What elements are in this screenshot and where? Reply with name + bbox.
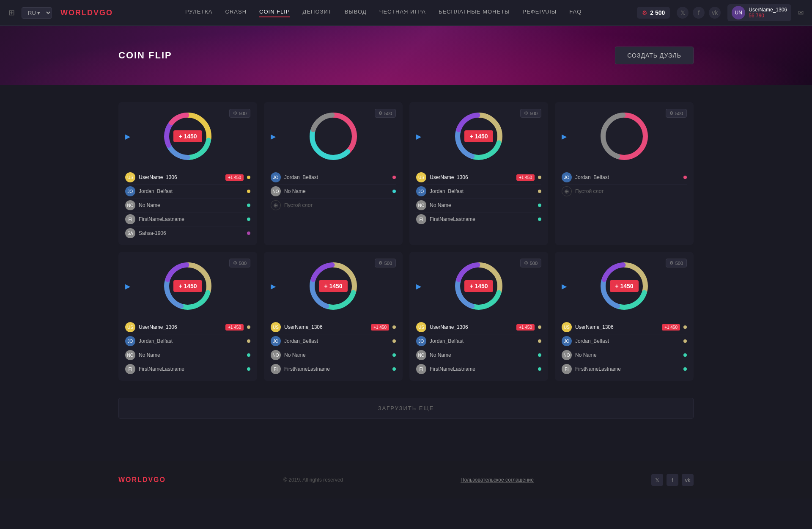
donut-chart [306, 109, 361, 164]
facebook-icon[interactable]: f [693, 7, 705, 19]
coin-icon: ⚙ [233, 110, 237, 116]
footer-twitter-icon[interactable]: 𝕏 [651, 474, 663, 486]
donut-chart: + 1450 [306, 259, 361, 314]
card-7: ⚙ 500 ▶ + 1450 US UserName_1306 [409, 252, 548, 381]
player-name: FirstNameLastname [575, 366, 680, 372]
player-avatar: FI [562, 364, 572, 374]
nav: РУЛЕТКА CRASH COIN FLIP ДЕПОЗИТ ВЫВОД ЧЕ… [130, 8, 637, 17]
players-list: US UserName_1306 +1 450 JO Jordan_Belfas… [264, 317, 403, 376]
footer-facebook-icon[interactable]: f [667, 474, 678, 486]
player-dot [538, 190, 541, 193]
players-list: JO Jordan_Belfast ⊕ Пустой слот [555, 167, 694, 198]
nav-item-freecoins[interactable]: БЕСПЛАТНЫЕ МОНЕТЫ [439, 8, 510, 17]
win-amount: + 1450 [610, 280, 638, 292]
player-avatar: NO [271, 186, 281, 196]
nav-item-withdraw[interactable]: ВЫВОД [345, 8, 367, 17]
player-name: FirstNameLastname [284, 366, 389, 372]
list-item: NO No Name [125, 348, 250, 362]
player-avatar: NO [562, 350, 572, 360]
footer: WORLDVGO © 2019. All rights reserved Пол… [0, 461, 812, 499]
player-dot [247, 176, 250, 179]
win-amount: + 1450 [464, 130, 493, 142]
arrow-icon: ▶ [562, 132, 567, 141]
twitter-icon[interactable]: 𝕏 [677, 7, 689, 19]
list-item: NO No Name [125, 198, 250, 212]
player-avatar: NO [125, 350, 135, 360]
player-dot [538, 325, 541, 329]
notification-icon[interactable]: ✉ [798, 9, 804, 17]
donut-svg [597, 109, 652, 164]
card-top: ⚙ 500 ▶ [555, 102, 694, 167]
empty-slot[interactable]: ⊕ Пустой слот [271, 198, 396, 212]
coin-badge: ⚙ 500 [229, 109, 250, 118]
coin-icon: ⚙ [669, 110, 674, 116]
nav-item-fairgame[interactable]: ЧЕСТНАЯ ИГРА [379, 8, 426, 17]
player-dot [392, 367, 396, 371]
player-avatar: NO [416, 350, 426, 360]
nav-item-crash[interactable]: CRASH [225, 8, 247, 17]
player-dot [538, 204, 541, 207]
player-avatar: NO [125, 200, 135, 210]
lang-selector[interactable]: RU ▾ [22, 7, 52, 19]
card-8: ⚙ 500 ▶ + 1450 US UserName_1306 [555, 252, 694, 381]
user-coins: 56 790 [749, 13, 787, 19]
cards-grid: ⚙ 500 ▶ + 1450 US UserName_1306 [118, 102, 694, 381]
main-content: ⚙ 500 ▶ + 1450 US UserName_1306 [0, 85, 812, 435]
balance-amount: 2 500 [650, 9, 665, 16]
add-slot-icon[interactable]: ⊕ [562, 186, 572, 196]
list-item: FI FirstNameLastname [271, 362, 396, 376]
player-avatar: US [125, 172, 135, 182]
create-duel-button[interactable]: СОЗДАТЬ ДУЭЛЬ [615, 47, 694, 64]
banner: COIN FLIP СОЗДАТЬ ДУЭЛЬ [0, 26, 812, 85]
coin-amount: 500 [530, 111, 538, 116]
nav-item-referrals[interactable]: РЕФЕРАЛЫ [523, 8, 557, 17]
coin-icon: ⚙ [233, 260, 237, 266]
coin-badge: ⚙ 500 [229, 259, 250, 267]
win-amount: + 1450 [464, 280, 493, 292]
coin-amount: 500 [384, 261, 392, 266]
list-item: NO No Name [271, 348, 396, 362]
player-avatar: US [416, 172, 426, 182]
player-name: FirstNameLastname [430, 216, 535, 222]
list-item: US UserName_1306 +1 450 [416, 320, 541, 334]
header: ⊞ RU ▾ WORLDVGO РУЛЕТКА CRASH COIN FLIP … [0, 0, 812, 26]
avatar: UN [732, 6, 745, 19]
load-more-button[interactable]: ЗАГРУЗИТЬ ЕЩЕ [118, 398, 694, 419]
player-avatar: JO [562, 172, 572, 182]
nav-item-faq[interactable]: FAQ [569, 8, 582, 17]
player-dot [392, 339, 396, 343]
footer-link[interactable]: Пользовательское соглашение [461, 477, 534, 483]
coin-amount: 500 [239, 261, 247, 266]
donut-chart: + 1450 [160, 109, 215, 164]
player-name: Jordan_Belfast [430, 188, 535, 194]
list-item: JO Jordan_Belfast [271, 334, 396, 348]
coin-amount: 500 [675, 261, 683, 266]
empty-slot[interactable]: ⊕ Пустой слот [562, 185, 687, 198]
players-list: US UserName_1306 +1 450 JO Jordan_Belfas… [409, 317, 548, 376]
player-bet: +1 450 [662, 324, 680, 331]
coin-badge: ⚙ 500 [375, 109, 396, 118]
footer-vk-icon[interactable]: vk [682, 474, 694, 486]
player-dot [392, 353, 396, 357]
player-name: No Name [284, 352, 389, 358]
nav-item-roulette[interactable]: РУЛЕТКА [185, 8, 213, 17]
player-name: No Name [139, 202, 244, 208]
user-block[interactable]: UN UserName_1306 56 790 [727, 4, 791, 21]
vk-icon[interactable]: vk [709, 7, 721, 19]
empty-slot-label: Пустой слот [575, 188, 604, 194]
header-right: ⚙ 2 500 𝕏 f vk UN UserName_1306 56 790 ✉ [637, 4, 804, 21]
nav-item-coinflip[interactable]: COIN FLIP [259, 8, 290, 17]
nav-item-deposit[interactable]: ДЕПОЗИТ [303, 8, 332, 17]
list-item: JO Jordan_Belfast [416, 334, 541, 348]
list-item: JO Jordan_Belfast [416, 185, 541, 198]
list-item: JO Jordan_Belfast [562, 171, 687, 185]
add-slot-icon[interactable]: ⊕ [271, 200, 281, 210]
logo: WORLDVGO [60, 8, 113, 17]
empty-slot-label: Пустой слот [284, 202, 313, 208]
grid-icon[interactable]: ⊞ [8, 8, 15, 17]
coin-amount: 500 [530, 261, 538, 266]
donut-chart: + 1450 [597, 259, 652, 314]
card-2: ⚙ 500 ▶ JO Jordan_Belfast [264, 102, 403, 245]
player-name: UserName_1306 [430, 174, 513, 180]
social-icons: 𝕏 f vk [677, 7, 721, 19]
